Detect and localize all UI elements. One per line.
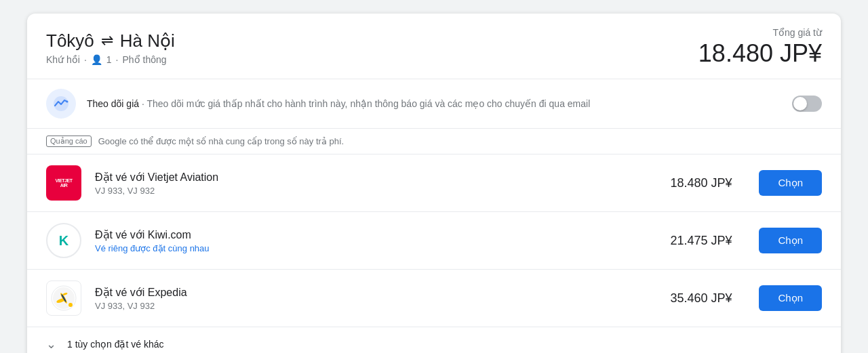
kiwi-price: 21.475 JP¥	[670, 234, 732, 248]
trending-icon	[53, 96, 69, 112]
travel-class: Phổ thông	[123, 54, 167, 65]
header-sub: Khứ hồi · 👤 1 · Phổ thông	[46, 54, 175, 65]
price-label: Tổng giá từ	[698, 27, 822, 38]
total-price: 18.480 JP¥	[698, 39, 822, 68]
price-track-toggle[interactable]	[792, 96, 822, 112]
trip-type: Khứ hồi	[46, 54, 80, 65]
expedia-name: Đặt vé với Expedia	[95, 286, 656, 299]
origin-city: Tôkyô	[46, 30, 94, 51]
kiwi-sub: Vé riêng được đặt cùng nhau	[95, 243, 656, 253]
header-right: Tổng giá từ 18.480 JP¥	[698, 27, 822, 68]
track-text: Theo dõi giá · Theo dõi mức giá thấp nhấ…	[87, 98, 792, 109]
more-options-text: 1 tùy chọn đặt vé khác	[67, 339, 164, 350]
track-label: Theo dõi giá	[87, 98, 139, 109]
expedia-info: Đặt vé với Expedia VJ 933, VJ 932	[95, 286, 656, 311]
expedia-sub: VJ 933, VJ 932	[95, 301, 656, 311]
kiwi-info: Đặt vé với Kiwi.com Vé riêng được đặt cù…	[95, 228, 656, 253]
more-options-row[interactable]: ⌄ 1 tùy chọn đặt vé khác	[27, 327, 841, 353]
ad-text: Google có thể được một số nhà cung cấp t…	[98, 136, 344, 146]
expedia-price: 35.460 JP¥	[670, 291, 732, 306]
kiwi-logo-letter: K	[59, 233, 68, 249]
track-icon	[46, 89, 76, 119]
expedia-icon	[50, 285, 77, 312]
vietjet-name: Đặt vé với Vietjet Aviation	[95, 171, 656, 184]
ad-badge: Quảng cáo	[46, 136, 92, 147]
header-left: Tôkyô ⇌ Hà Nội Khứ hồi · 👤 1 · Phổ thông	[46, 30, 175, 65]
vietjet-sub: VJ 933, VJ 932	[95, 186, 656, 196]
svg-point-8	[68, 303, 73, 307]
track-price-bar: Theo dõi giá · Theo dõi mức giá thấp nhấ…	[27, 79, 841, 128]
vietjet-price: 18.480 JP¥	[670, 176, 732, 190]
person-icon: 👤	[91, 54, 102, 65]
header-route: Tôkyô ⇌ Hà Nội	[46, 30, 175, 51]
track-description: Theo dõi mức giá thấp nhất cho hành trìn…	[146, 98, 590, 109]
booking-row-expedia: Đặt vé với Expedia VJ 933, VJ 932 35.460…	[27, 269, 841, 327]
dot-separator-2: ·	[116, 54, 119, 65]
vietjet-logo-text: vietjetair	[56, 178, 73, 188]
vietjet-logo: vietjetair	[46, 165, 81, 201]
expedia-chon-button[interactable]: Chọn	[759, 285, 822, 311]
destination-city: Hà Nội	[120, 30, 175, 51]
vietjet-chon-button[interactable]: Chọn	[759, 170, 822, 196]
route-arrow: ⇌	[101, 32, 113, 49]
expedia-logo	[46, 281, 81, 316]
flight-booking-card: Tôkyô ⇌ Hà Nội Khứ hồi · 👤 1 · Phổ thông…	[27, 14, 841, 353]
header: Tôkyô ⇌ Hà Nội Khứ hồi · 👤 1 · Phổ thông…	[27, 14, 841, 79]
kiwi-chon-button[interactable]: Chọn	[759, 228, 822, 253]
dot-separator: ·	[84, 54, 87, 65]
svg-point-1	[66, 101, 68, 103]
kiwi-logo: K	[46, 223, 81, 258]
kiwi-name: Đặt vé với Kiwi.com	[95, 228, 656, 241]
ad-bar: Quảng cáo Google có thể được một số nhà …	[27, 128, 841, 154]
chevron-down-icon: ⌄	[46, 337, 56, 352]
passenger-count: 1	[106, 54, 112, 65]
booking-row-vietjet: vietjetair Đặt vé với Vietjet Aviation V…	[27, 154, 841, 211]
booking-row-kiwi: K Đặt vé với Kiwi.com Vé riêng được đặt …	[27, 211, 841, 269]
vietjet-info: Đặt vé với Vietjet Aviation VJ 933, VJ 9…	[95, 171, 656, 196]
